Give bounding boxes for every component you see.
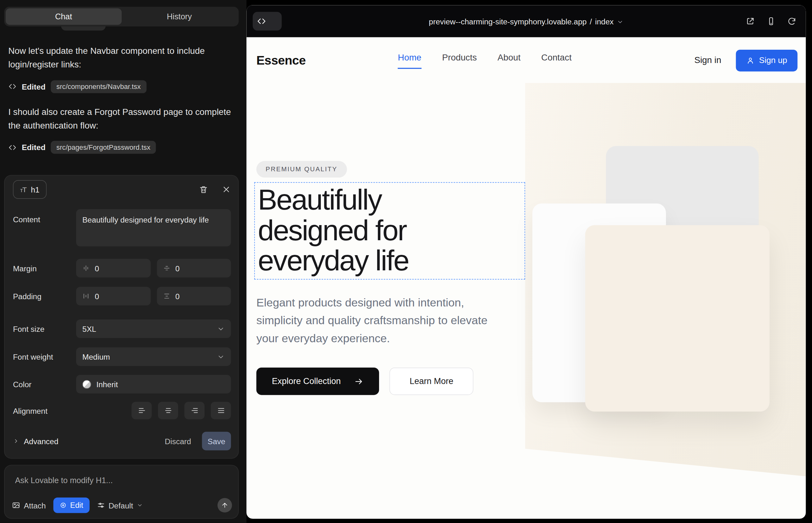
padding-horizontal-input[interactable] — [95, 292, 144, 301]
content-input[interactable]: Beautifully designed for everyday life — [76, 209, 231, 247]
chevron-down-icon — [617, 18, 623, 25]
model-default-button[interactable]: Default — [96, 501, 143, 510]
chevron-down-icon — [217, 325, 225, 333]
chrome-actions — [746, 5, 796, 37]
chevron-down-icon — [217, 353, 225, 361]
hero-heading[interactable]: Beautifully designed for everyday life — [258, 185, 525, 276]
user-icon — [746, 56, 754, 65]
preview-browser-chrome: preview--charming-site-symphony.lovable.… — [246, 5, 806, 37]
align-justify-icon — [217, 407, 225, 415]
padding-vertical-input[interactable] — [175, 292, 225, 301]
font-size-select[interactable]: 5XL — [76, 320, 231, 338]
align-left-button[interactable] — [131, 402, 152, 419]
nav-contact[interactable]: Contact — [541, 53, 572, 69]
edited-label: Edited — [22, 143, 46, 152]
align-right-button[interactable] — [184, 402, 205, 419]
padding-vertical-field[interactable] — [157, 287, 231, 306]
hero-heading-line: Beautifully — [258, 185, 525, 215]
hero-badge: PREMIUM QUALITY — [256, 161, 347, 178]
alignment-row: Alignment — [13, 402, 231, 419]
trash-icon[interactable] — [199, 185, 208, 194]
learn-more-button[interactable]: Learn More — [390, 367, 474, 395]
chat-message: Now let's update the Navbar component to… — [8, 44, 234, 72]
arrow-up-icon — [221, 502, 228, 509]
code-icon — [8, 143, 16, 152]
close-icon[interactable] — [222, 185, 231, 194]
sign-up-button[interactable]: Sign up — [736, 50, 797, 72]
font-weight-label: Font weight — [13, 353, 76, 361]
chat-composer: Attach Edit Default — [4, 465, 239, 519]
site-logo[interactable]: Essence — [256, 53, 306, 68]
chevron-down-icon — [137, 502, 143, 508]
attach-image-icon — [12, 501, 20, 509]
preview-route: index — [595, 17, 614, 26]
chevron-right-icon — [13, 438, 19, 444]
margin-vertical-input[interactable] — [175, 264, 225, 273]
edited-file-badge[interactable]: src/pages/ForgotPassword.tsx — [51, 141, 156, 154]
hero-card-beige — [585, 225, 770, 412]
site-navbar: Essence Home Products About Contact Sign… — [246, 37, 806, 84]
align-right-icon — [190, 407, 198, 415]
color-value: Inherit — [96, 380, 118, 389]
edit-mode-label: Edit — [70, 501, 83, 509]
nav-home[interactable]: Home — [398, 53, 421, 69]
attach-label: Attach — [24, 501, 46, 510]
attach-button[interactable]: Attach — [12, 501, 46, 510]
h1-selection-outline[interactable]: Beautifully designed for everyday life — [254, 182, 525, 279]
nav-products[interactable]: Products — [442, 53, 477, 69]
font-weight-value: Medium — [82, 353, 110, 361]
margin-horizontal-field[interactable] — [76, 259, 151, 278]
send-button[interactable] — [217, 498, 232, 512]
align-center-button[interactable] — [158, 402, 178, 419]
color-label: Color — [13, 380, 76, 389]
color-row: Color Inherit — [13, 375, 231, 394]
nav-about[interactable]: About — [497, 53, 520, 69]
mobile-view-icon[interactable] — [766, 16, 776, 26]
preview-pane: preview--charming-site-symphony.lovable.… — [246, 5, 806, 519]
chat-message: I should also create a Forgot Password p… — [8, 105, 234, 133]
edited-file-row[interactable]: Edited src/components/Navbar.tsx — [8, 80, 234, 93]
font-weight-row: Font weight Medium — [13, 347, 231, 366]
advanced-toggle[interactable]: Advanced — [13, 437, 58, 446]
padding-horizontal-icon — [82, 292, 90, 300]
align-justify-button[interactable] — [211, 402, 231, 419]
code-view-toggle[interactable] — [253, 12, 282, 31]
advanced-label: Advanced — [24, 437, 58, 446]
padding-horizontal-field[interactable] — [76, 287, 151, 306]
align-left-icon — [138, 407, 146, 415]
open-external-icon[interactable] — [746, 16, 755, 26]
edited-file-badge[interactable]: src/components/Navbar.tsx — [51, 80, 146, 93]
padding-vertical-icon — [163, 292, 170, 300]
preview-url-bar[interactable]: preview--charming-site-symphony.lovable.… — [429, 17, 623, 26]
edited-file-row[interactable]: Edited src/pages/ForgotPassword.tsx — [8, 141, 234, 154]
code-icon — [257, 16, 266, 26]
explore-collection-button[interactable]: Explore Collection — [256, 367, 379, 395]
save-button[interactable]: Save — [202, 432, 231, 451]
content-label: Content — [13, 215, 40, 224]
margin-horizontal-input[interactable] — [95, 264, 144, 273]
edited-label: Edited — [22, 82, 46, 91]
url-separator: / — [590, 17, 592, 26]
inspector-footer: Advanced Discard Save — [13, 432, 231, 451]
edit-mode-button[interactable]: Edit — [53, 497, 89, 513]
composer-toolbar: Attach Edit Default — [12, 497, 232, 513]
selected-element-tag[interactable]: ᴛT h1 — [13, 180, 47, 199]
chat-sidebar: Chat History Now let's update the Navbar… — [0, 0, 246, 523]
refresh-icon[interactable] — [787, 16, 796, 26]
arrow-right-icon — [354, 377, 363, 386]
alignment-label: Alignment — [13, 406, 76, 415]
margin-vertical-field[interactable] — [157, 259, 231, 278]
tab-chat[interactable]: Chat — [6, 8, 121, 25]
sign-in-link[interactable]: Sign in — [694, 55, 721, 66]
hero-heading-line: everyday life — [258, 245, 525, 276]
color-select[interactable]: Inherit — [76, 375, 231, 394]
prompt-input[interactable] — [15, 476, 228, 485]
tab-history[interactable]: History — [121, 8, 237, 25]
padding-label: Padding — [13, 292, 76, 301]
font-weight-select[interactable]: Medium — [76, 347, 231, 366]
explore-collection-label: Explore Collection — [272, 376, 340, 386]
font-size-value: 5XL — [82, 324, 96, 333]
element-inspector-panel: ᴛT h1 Content Beautifully designed for e… — [4, 175, 239, 459]
discard-button[interactable]: Discard — [165, 437, 191, 446]
hero-paragraph: Elegant products designed with intention… — [256, 294, 512, 347]
